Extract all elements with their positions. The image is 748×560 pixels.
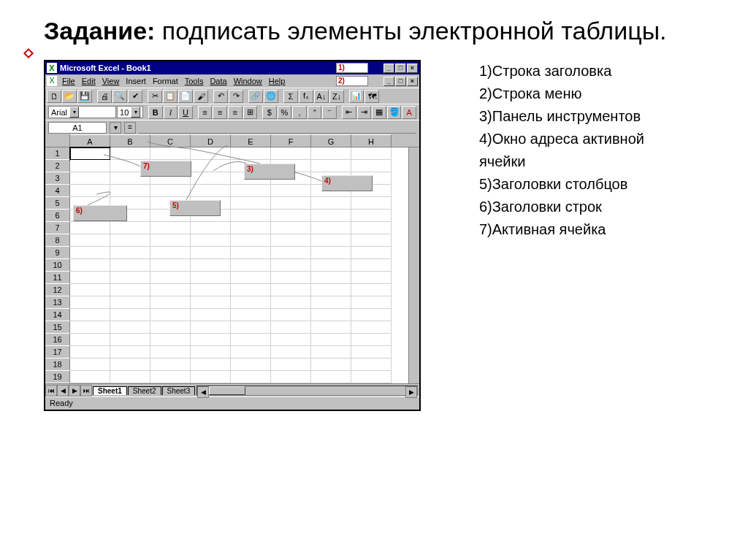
cell[interactable]	[110, 234, 150, 247]
row-header[interactable]: 17	[45, 346, 70, 358]
vertical-scrollbar[interactable]	[408, 147, 419, 383]
cell[interactable]	[351, 210, 392, 222]
scroll-left-icon[interactable]: ◀	[197, 386, 209, 398]
cut-icon[interactable]: ✂	[148, 90, 162, 103]
row-header[interactable]: 9	[45, 247, 70, 259]
menu-window[interactable]: Window	[231, 75, 265, 87]
cell[interactable]	[311, 222, 351, 234]
cell[interactable]	[70, 371, 110, 383]
cell[interactable]	[70, 346, 110, 358]
cell[interactable]	[70, 185, 110, 197]
cell[interactable]	[271, 185, 311, 197]
cell[interactable]	[110, 147, 150, 160]
cell[interactable]	[191, 272, 231, 284]
cell[interactable]	[351, 147, 392, 160]
cell[interactable]	[150, 272, 191, 284]
cell[interactable]	[311, 234, 351, 247]
row-header[interactable]: 4	[45, 185, 70, 197]
sum-icon[interactable]: Σ	[283, 90, 298, 103]
cell[interactable]	[191, 160, 231, 172]
row-header[interactable]: 7	[45, 222, 70, 234]
cell[interactable]	[271, 210, 311, 222]
cell[interactable]	[271, 147, 311, 160]
border-button[interactable]: ▦	[372, 106, 386, 119]
cell[interactable]	[311, 210, 351, 222]
open-icon[interactable]: 📂	[62, 90, 77, 103]
cell[interactable]	[150, 371, 191, 383]
tab-nav-first[interactable]: ⏮	[45, 385, 57, 396]
cell[interactable]	[271, 259, 311, 272]
cell[interactable]	[191, 234, 231, 247]
cell[interactable]	[311, 321, 351, 334]
cell[interactable]	[191, 321, 231, 334]
cell[interactable]	[70, 321, 110, 334]
cell[interactable]	[70, 172, 110, 185]
cell[interactable]	[150, 222, 191, 234]
cell[interactable]	[311, 147, 351, 160]
comma-button[interactable]: ,	[292, 106, 307, 119]
merge-button[interactable]: ⊞	[243, 106, 258, 119]
cell[interactable]	[311, 358, 351, 371]
col-header-e[interactable]: E	[231, 134, 271, 147]
cell[interactable]	[351, 197, 392, 210]
select-all-corner[interactable]	[45, 134, 70, 147]
cell[interactable]	[191, 222, 231, 234]
cell[interactable]	[70, 147, 110, 160]
cell[interactable]	[191, 334, 231, 346]
cell[interactable]	[311, 197, 351, 210]
cell[interactable]	[231, 334, 271, 346]
cell[interactable]	[351, 284, 392, 296]
menu-view[interactable]: View	[99, 75, 123, 87]
doc-close-button[interactable]: ×	[407, 77, 418, 86]
row-header[interactable]: 1	[45, 147, 70, 160]
cell[interactable]	[191, 185, 231, 197]
cell[interactable]	[191, 284, 231, 296]
cell[interactable]	[191, 172, 231, 185]
cell[interactable]	[150, 309, 191, 321]
cell[interactable]	[271, 296, 311, 309]
col-header-h[interactable]: H	[351, 134, 392, 147]
underline-button[interactable]: U	[178, 106, 193, 119]
cell[interactable]	[351, 358, 392, 371]
cell[interactable]	[311, 334, 351, 346]
tab-nav-next[interactable]: ▶	[69, 385, 80, 396]
row-header[interactable]: 5	[45, 197, 70, 210]
fx-icon[interactable]: fₓ	[299, 90, 313, 103]
cell[interactable]	[231, 358, 271, 371]
cell[interactable]	[110, 321, 150, 334]
cell[interactable]	[271, 371, 311, 383]
cell[interactable]	[231, 210, 271, 222]
cell[interactable]	[110, 259, 150, 272]
row-header[interactable]: 10	[45, 259, 70, 272]
cell[interactable]	[191, 259, 231, 272]
font-color-button[interactable]: A	[402, 106, 416, 119]
redo-icon[interactable]: ↷	[229, 90, 243, 103]
save-icon[interactable]: 💾	[77, 90, 92, 103]
row-header[interactable]: 19	[45, 371, 70, 383]
cell[interactable]	[231, 272, 271, 284]
preview-icon[interactable]: 🔍	[112, 90, 127, 103]
cell[interactable]	[351, 321, 392, 334]
menu-insert[interactable]: Insert	[123, 75, 149, 87]
cell[interactable]	[191, 309, 231, 321]
menu-file[interactable]: File	[59, 75, 78, 87]
col-header-d[interactable]: D	[191, 134, 231, 147]
cell[interactable]	[231, 346, 271, 358]
cell[interactable]	[191, 346, 231, 358]
cell[interactable]	[70, 284, 110, 296]
align-center-button[interactable]: ≡	[213, 106, 227, 119]
cell[interactable]	[351, 234, 392, 247]
cell[interactable]	[70, 358, 110, 371]
row-header[interactable]: 16	[45, 334, 70, 346]
dec-dec-button[interactable]: ⁻	[322, 106, 337, 119]
cell[interactable]	[231, 222, 271, 234]
cell[interactable]	[271, 272, 311, 284]
cell[interactable]	[231, 259, 271, 272]
cell[interactable]	[271, 334, 311, 346]
cell[interactable]	[70, 234, 110, 247]
cell[interactable]	[150, 334, 191, 346]
font-name-combo[interactable]: Arial ▾	[48, 106, 116, 118]
cell[interactable]	[351, 309, 392, 321]
fill-color-button[interactable]: 🪣	[387, 106, 402, 119]
new-icon[interactable]: 🗋	[47, 90, 61, 103]
